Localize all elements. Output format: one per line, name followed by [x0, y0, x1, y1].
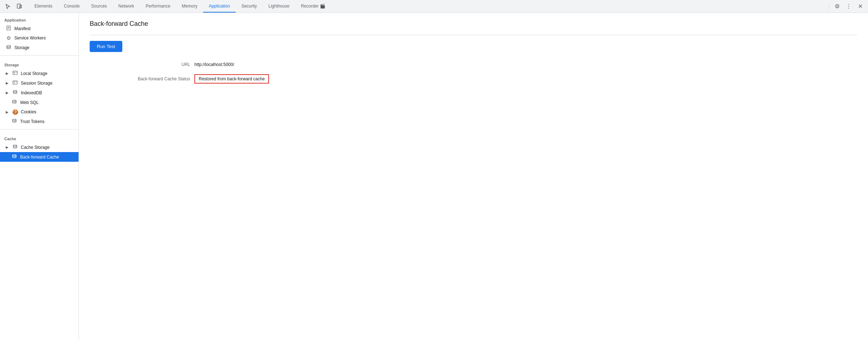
tab-bar-separator: [829, 3, 829, 10]
cache-status-row: Back-forward Cache Status Restored from …: [118, 74, 857, 84]
cache-storage-label: Cache Storage: [21, 145, 76, 150]
page-title: Back-forward Cache: [90, 20, 857, 28]
url-value: http://localhost:5000/: [194, 62, 234, 67]
tab-application[interactable]: Application: [203, 0, 236, 13]
indexeddb-chevron: ▶: [6, 91, 9, 95]
content-area: Back-forward Cache Run Test URL http://l…: [79, 13, 868, 340]
trust-tokens-icon: [11, 118, 17, 124]
tab-bar: Elements Console Sources Network Perform…: [0, 0, 868, 13]
session-storage-icon: [12, 80, 18, 86]
sidebar-item-web-sql[interactable]: Web SQL: [0, 98, 79, 107]
svg-point-6: [7, 45, 10, 47]
sidebar-section-application: Application: [0, 13, 79, 24]
sidebar-item-back-forward-cache[interactable]: Back-forward Cache: [0, 152, 79, 162]
device-icon[interactable]: [14, 1, 24, 11]
manifest-label: Manifest: [14, 26, 76, 31]
svg-rect-7: [13, 71, 17, 75]
web-sql-label: Web SQL: [20, 100, 76, 105]
cache-status-label: Back-forward Cache Status: [118, 76, 190, 81]
trust-tokens-label: Trust Tokens: [20, 119, 76, 124]
sidebar-divider-1: [0, 55, 79, 56]
tab-memory[interactable]: Memory: [176, 0, 203, 13]
sidebar-item-cache-storage[interactable]: ▶ Cache Storage: [0, 142, 79, 152]
svg-point-13: [13, 90, 17, 91]
sidebar-section-storage: Storage: [0, 58, 79, 69]
storage-label: Storage: [14, 45, 76, 50]
svg-point-16: [13, 145, 17, 146]
tab-console[interactable]: Console: [58, 0, 85, 13]
session-storage-chevron: ▶: [6, 81, 9, 85]
sidebar-section-cache: Cache: [0, 132, 79, 142]
info-grid: URL http://localhost:5000/ Back-forward …: [118, 62, 857, 84]
sidebar-item-manifest[interactable]: Manifest: [0, 24, 79, 33]
sidebar-divider-2: [0, 129, 79, 129]
main-tabs: Elements Console Sources Network Perform…: [29, 0, 827, 13]
local-storage-icon: [12, 70, 18, 76]
sidebar-item-session-storage[interactable]: ▶ Session Storage: [0, 78, 79, 88]
main-layout: Application Manifest ⚙ Service Workers: [0, 13, 868, 340]
tab-recorder[interactable]: Recorder 🎬: [295, 0, 331, 13]
sidebar-item-indexeddb[interactable]: ▶ IndexedDB: [0, 88, 79, 98]
close-icon[interactable]: ✕: [855, 1, 865, 11]
cache-storage-chevron: ▶: [6, 145, 9, 149]
tab-lighthouse[interactable]: Lighthouse: [263, 0, 295, 13]
sidebar-item-trust-tokens[interactable]: Trust Tokens: [0, 117, 79, 126]
storage-icon: [6, 44, 11, 51]
cookies-icon: 🍪: [12, 109, 18, 115]
svg-point-15: [13, 119, 16, 120]
tab-bar-right: ⚙ ⋮ ✕: [827, 1, 865, 11]
content-divider: [90, 35, 857, 35]
url-row: URL http://localhost:5000/: [118, 62, 857, 67]
settings-icon[interactable]: ⚙: [832, 1, 842, 11]
svg-rect-10: [13, 81, 17, 84]
tab-performance[interactable]: Performance: [140, 0, 176, 13]
manifest-icon: [6, 25, 11, 32]
devtools-icons: [3, 1, 24, 11]
sidebar-item-service-workers[interactable]: ⚙ Service Workers: [0, 33, 79, 43]
sidebar: Application Manifest ⚙ Service Workers: [0, 13, 79, 340]
tab-sources[interactable]: Sources: [85, 0, 113, 13]
tab-elements[interactable]: Elements: [29, 0, 58, 13]
more-icon[interactable]: ⋮: [844, 1, 854, 11]
local-storage-chevron: ▶: [6, 71, 9, 75]
url-label: URL: [118, 62, 190, 67]
session-storage-label: Session Storage: [21, 81, 76, 86]
cookies-chevron: ▶: [6, 110, 9, 114]
web-sql-icon: [11, 99, 17, 105]
service-workers-label: Service Workers: [14, 36, 76, 41]
tab-security[interactable]: Security: [236, 0, 263, 13]
run-test-button[interactable]: Run Test: [90, 41, 122, 52]
back-forward-cache-label: Back-forward Cache: [20, 155, 76, 160]
cache-storage-icon: [12, 144, 18, 150]
cache-status-value: Restored from back-forward cache: [194, 74, 269, 84]
indexeddb-label: IndexedDB: [21, 90, 76, 95]
sidebar-item-storage[interactable]: Storage: [0, 43, 79, 52]
cursor-icon[interactable]: [3, 1, 13, 11]
cookies-label: Cookies: [21, 109, 76, 114]
service-workers-icon: ⚙: [6, 35, 11, 41]
sidebar-item-cookies[interactable]: ▶ 🍪 Cookies: [0, 107, 79, 117]
svg-point-14: [13, 100, 16, 101]
local-storage-label: Local Storage: [21, 71, 76, 76]
indexeddb-icon: [12, 90, 18, 96]
svg-point-17: [13, 155, 16, 156]
back-forward-cache-icon: [11, 154, 17, 160]
sidebar-item-local-storage[interactable]: ▶ Local Storage: [0, 69, 79, 78]
tab-network[interactable]: Network: [113, 0, 140, 13]
